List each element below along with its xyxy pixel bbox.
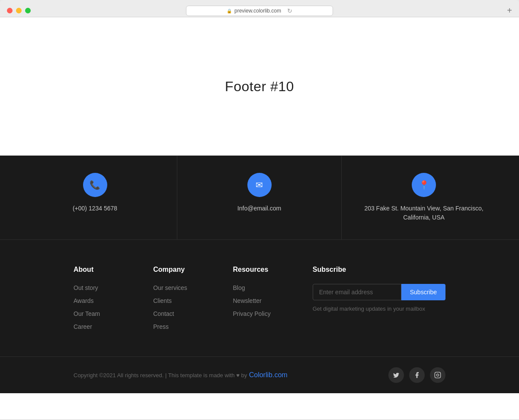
resource-link-blog[interactable]: Blog — [233, 284, 245, 291]
new-tab-button[interactable]: + — [507, 6, 512, 16]
url-text: preview.colorlib.com — [234, 8, 281, 14]
maximize-button[interactable] — [25, 8, 31, 13]
footer-col-resources: Resources Blog Newsletter Privacy Policy — [233, 266, 313, 331]
twitter-icon[interactable] — [388, 367, 404, 383]
subscribe-col-title: Subscribe — [313, 266, 445, 274]
email-text: Info@email.com — [237, 204, 281, 213]
list-item: Clients — [153, 297, 233, 305]
list-item: Career — [74, 323, 153, 331]
facebook-icon[interactable] — [409, 367, 425, 383]
list-item: Our services — [153, 284, 233, 292]
footer-col-about: About Out story Awards Our Team Career — [74, 266, 153, 331]
hero-area: Footer #10 — [0, 17, 519, 156]
address-text: 203 Fake St. Mountain View, San Francisc… — [350, 204, 497, 222]
list-item: Our Team — [74, 310, 153, 318]
about-links: Out story Awards Our Team Career — [74, 284, 153, 331]
email-icon: ✉ — [256, 180, 263, 190]
copyright-area: Copyright ©2021 All rights reserved. | T… — [74, 371, 288, 379]
footer-bottom: Copyright ©2021 All rights reserved. | T… — [0, 356, 519, 393]
footer-col-company: Company Our services Clients Contact Pre… — [153, 266, 233, 331]
company-link-press[interactable]: Press — [153, 323, 169, 330]
instagram-icon[interactable] — [430, 367, 445, 383]
contact-phone: 📞 (+00) 1234 5678 — [13, 156, 177, 239]
company-link-clients[interactable]: Clients — [153, 297, 172, 304]
resources-col-title: Resources — [233, 266, 313, 274]
company-col-title: Company — [153, 266, 233, 274]
about-link-career[interactable]: Career — [74, 323, 92, 330]
contact-bar: 📞 (+00) 1234 5678 ✉ Info@email.com 📍 203… — [0, 156, 519, 240]
address-bar[interactable]: preview.colorlib.com ↻ — [186, 6, 333, 16]
footer: 📞 (+00) 1234 5678 ✉ Info@email.com 📍 203… — [0, 156, 519, 393]
subscribe-button[interactable]: Subscribe — [401, 284, 445, 300]
about-link-awards[interactable]: Awards — [74, 297, 93, 304]
subscribe-note: Get digital marketing updates in your ma… — [313, 305, 445, 312]
resources-links: Blog Newsletter Privacy Policy — [233, 284, 313, 318]
company-links: Our services Clients Contact Press — [153, 284, 233, 331]
lock-icon — [227, 8, 232, 14]
colorlib-link[interactable]: Colorlib.com — [249, 371, 288, 379]
footer-columns: About Out story Awards Our Team Career C… — [0, 240, 519, 356]
close-button[interactable] — [7, 8, 13, 13]
contact-address: 📍 203 Fake St. Mountain View, San Franci… — [342, 156, 506, 239]
company-link-services[interactable]: Our services — [153, 284, 187, 291]
location-icon-circle: 📍 — [412, 173, 436, 197]
subscribe-form: Subscribe — [313, 284, 445, 300]
list-item: Out story — [74, 284, 153, 292]
list-item: Awards — [74, 297, 153, 305]
about-link-story[interactable]: Out story — [74, 284, 98, 291]
social-icons — [388, 367, 445, 383]
subscribe-email-input[interactable] — [313, 284, 401, 300]
svg-rect-0 — [435, 372, 440, 378]
minimize-button[interactable] — [16, 8, 22, 13]
list-item: Privacy Policy — [233, 310, 313, 318]
resource-link-newsletter[interactable]: Newsletter — [233, 297, 262, 304]
list-item: Press — [153, 323, 233, 331]
list-item: Contact — [153, 310, 233, 318]
about-col-title: About — [74, 266, 153, 274]
copyright-text: Copyright ©2021 All rights reserved. | T… — [74, 372, 247, 379]
list-item: Blog — [233, 284, 313, 292]
browser-chrome: preview.colorlib.com ↻ + — [0, 0, 519, 17]
page-title: Footer #10 — [225, 79, 294, 95]
phone-text: (+00) 1234 5678 — [73, 204, 117, 213]
phone-icon: 📞 — [90, 180, 100, 190]
resource-link-privacy[interactable]: Privacy Policy — [233, 310, 271, 317]
company-link-contact[interactable]: Contact — [153, 310, 174, 317]
location-icon: 📍 — [419, 180, 429, 190]
refresh-icon[interactable]: ↻ — [287, 7, 292, 14]
about-link-team[interactable]: Our Team — [74, 310, 100, 317]
footer-col-subscribe: Subscribe Subscribe Get digital marketin… — [313, 266, 445, 331]
email-icon-circle: ✉ — [247, 173, 272, 197]
list-item: Newsletter — [233, 297, 313, 305]
bottom-area — [0, 393, 519, 419]
contact-email: ✉ Info@email.com — [177, 156, 342, 239]
phone-icon-circle: 📞 — [83, 173, 107, 197]
browser-window: Footer #10 📞 (+00) 1234 5678 ✉ Info@emai… — [0, 17, 519, 419]
